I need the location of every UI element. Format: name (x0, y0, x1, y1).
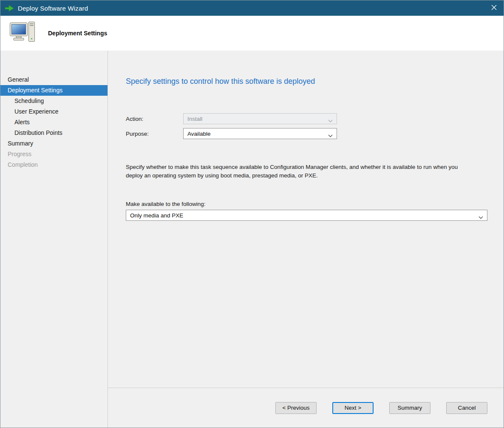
wizard-steps-sidebar: General Deployment Settings Scheduling U… (0, 51, 108, 428)
sidebar-item-general[interactable]: General (0, 74, 108, 85)
make-available-wrap: Only media and PXE (126, 210, 487, 221)
summary-button[interactable]: Summary (389, 402, 430, 414)
next-button[interactable]: Next > (332, 402, 374, 414)
cancel-button[interactable]: Cancel (446, 402, 487, 414)
window-title: Deploy Software Wizard (18, 5, 88, 12)
deploy-software-wizard-window: Deploy Software Wizard (0, 0, 504, 428)
sidebar-item-completion: Completion (0, 160, 108, 170)
wizard-header: Deployment Settings (0, 16, 504, 51)
wizard-footer: < Previous Next > Summary Cancel (108, 388, 504, 428)
sidebar-item-deployment-settings[interactable]: Deployment Settings (0, 85, 108, 96)
description-text: Specify whether to make this task sequen… (126, 163, 471, 180)
make-available-select[interactable]: Only media and PXE (126, 210, 487, 221)
sidebar-item-summary[interactable]: Summary (0, 138, 108, 149)
sidebar-item-user-experience[interactable]: User Experience (0, 106, 108, 117)
wizard-green-arrow-icon (5, 5, 14, 12)
purpose-row: Purpose: Available (126, 128, 487, 139)
purpose-label: Purpose: (126, 131, 183, 137)
chevron-down-icon (328, 132, 333, 135)
close-icon (491, 5, 497, 11)
chevron-down-icon (479, 214, 483, 217)
make-available-label: Make available to the following: (126, 201, 487, 207)
action-row: Action: Install (126, 113, 487, 124)
action-label: Action: (126, 116, 183, 122)
sidebar-item-distribution-points[interactable]: Distribution Points (0, 128, 108, 138)
action-select: Install (183, 113, 337, 124)
sidebar-item-progress: Progress (0, 149, 108, 160)
wizard-body: General Deployment Settings Scheduling U… (0, 51, 504, 428)
computer-icon (10, 21, 35, 45)
sidebar-item-alerts[interactable]: Alerts (0, 117, 108, 128)
previous-button[interactable]: < Previous (275, 402, 317, 414)
page-title: Deployment Settings (48, 30, 107, 37)
titlebar: Deploy Software Wizard (0, 0, 504, 16)
action-value: Install (187, 116, 202, 122)
close-button[interactable] (484, 0, 504, 16)
chevron-down-icon (328, 117, 333, 120)
content-heading: Specify settings to control how this sof… (126, 77, 487, 86)
make-available-value: Only media and PXE (130, 212, 183, 219)
sidebar-item-scheduling[interactable]: Scheduling (0, 96, 108, 106)
content-area: Specify settings to control how this sof… (108, 51, 504, 388)
content-column: Specify settings to control how this sof… (108, 51, 504, 428)
purpose-value: Available (187, 131, 211, 137)
purpose-select[interactable]: Available (183, 128, 337, 139)
